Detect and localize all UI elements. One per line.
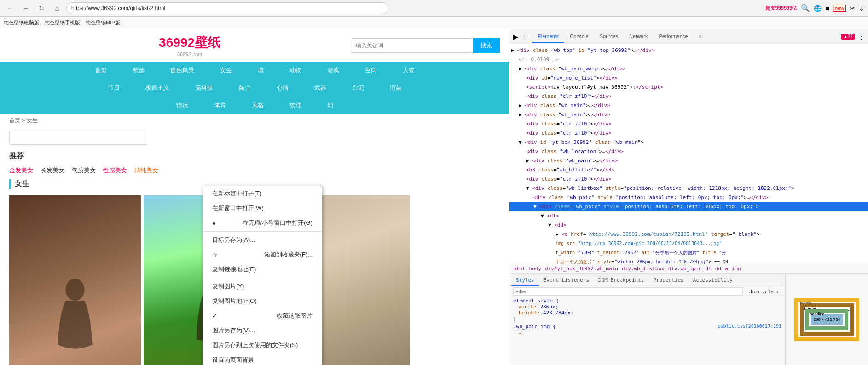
ctx-save-image[interactable]: 图片另存为(V)... (203, 323, 322, 338)
nav-texture[interactable]: 纹理 (277, 97, 314, 114)
bookmark-wallpaper-mip[interactable]: 纯色壁纸MIP版 (86, 19, 120, 26)
nav-nature[interactable]: 自然风景 (157, 62, 207, 79)
bc-div-wb-ppic[interactable]: div.wb_ppic (668, 266, 702, 272)
bc-img[interactable]: img (732, 266, 741, 272)
nav-city[interactable]: 城 (245, 62, 277, 79)
home-button[interactable]: ⌂ (51, 2, 64, 15)
nav-holiday[interactable]: 节日 (95, 79, 133, 97)
nav-aviation[interactable]: 航空 (226, 79, 264, 97)
tab-console[interactable]: Console (564, 31, 594, 43)
devtools-cursor-icon[interactable]: ▶ (511, 32, 520, 41)
ctx-add-bookmark[interactable]: ☆ 添加到收藏夹(F)... (203, 247, 322, 262)
ctx-open-newtab[interactable]: 在新标签中打开(T) (203, 186, 322, 201)
nav-weapons[interactable]: 武器 (301, 79, 339, 97)
bc-a[interactable]: a (725, 266, 728, 272)
tag-gold-hair[interactable]: 金发美女 (9, 166, 33, 175)
tab-dom-breakpoints[interactable]: DOM Breakpoints (594, 275, 648, 286)
ctx-collect-image[interactable]: ✓ 收藏这张图片 (203, 308, 322, 323)
nav-girls[interactable]: 女生 (207, 62, 245, 79)
nav-mood[interactable]: 心情 (264, 79, 301, 97)
tree-h3-title[interactable]: <h3 class="wb_h3title2"></h3> (509, 165, 868, 175)
nav-notes[interactable]: 杂记 (339, 79, 377, 97)
nav-people[interactable]: 人物 (390, 62, 428, 79)
tab-network[interactable]: Network (624, 31, 653, 43)
ctx-copy-link[interactable]: 复制链接地址(E) (203, 262, 322, 277)
tab-more[interactable]: » (693, 31, 707, 43)
tree-dl[interactable]: ▼ <dl> (509, 211, 868, 221)
tree-img-src[interactable]: img src="http://up.36992.com/pic_360/00/… (509, 239, 868, 248)
tab-performance[interactable]: Performance (653, 31, 693, 43)
download-icon[interactable]: ⇓ (859, 5, 864, 12)
bc-dl[interactable]: dl (706, 266, 712, 272)
tab-event-listeners[interactable]: Event Listeners (539, 275, 594, 286)
bc-body[interactable]: body (529, 266, 542, 272)
nav-tech[interactable]: 高科技 (182, 79, 226, 97)
new-icon[interactable]: new (833, 5, 846, 12)
tag-pure[interactable]: 清纯美女 (134, 166, 158, 175)
ctx-copy-image-addr[interactable]: 复制图片地址(O) (203, 294, 322, 308)
nav-home[interactable]: 首页 (82, 62, 120, 79)
tab-styles[interactable]: Styles (511, 275, 539, 286)
tag-long-hair[interactable]: 长发美女 (41, 166, 64, 175)
style-source-link[interactable]: public.css?20180617:191 (718, 324, 781, 330)
tree-img-style[interactable]: 手后一个人的图片" style="width: 286px; height: 4… (509, 257, 868, 264)
tree-div-wb-main-2[interactable]: ▶ <div class="wb_main">…</div> (509, 110, 868, 120)
nav-situation[interactable]: 情况 (163, 97, 201, 114)
tree-div-clr-1[interactable]: <div class="clr zf10"></div> (509, 92, 868, 101)
bc-html[interactable]: html (513, 266, 526, 272)
address-bar[interactable]: https://www.36992.com/girls/list-2.html (66, 2, 388, 14)
tree-div-wb-main-1[interactable]: ▶ <div class="wb_main">…</div> (509, 101, 868, 110)
tree-script-nav[interactable]: <script>nav_layout("#yt_nav_36992");</sc… (509, 83, 868, 92)
add-style-button[interactable]: + (775, 289, 779, 295)
ctx-save-target[interactable]: 目标另存为(A)... (203, 233, 322, 247)
devtools-inspect-icon[interactable]: □ (521, 32, 528, 41)
tree-dd[interactable]: ▼ <dd> (509, 221, 868, 230)
styles-filter-input[interactable] (513, 287, 743, 296)
scissors-icon[interactable]: ✂ (850, 5, 855, 12)
back-button[interactable]: ← (4, 2, 17, 15)
tree-div-wb-main-warp[interactable]: ▶ <div class="wb_main_warp">…</div> (509, 64, 868, 74)
bc-div-wb-listbox[interactable]: div.wb_listbox (622, 266, 665, 272)
nav-style[interactable]: 风格 (239, 97, 277, 114)
tree-div-yt-box[interactable]: ▼ <div id="yt_box_36992" class="wb_main"… (509, 138, 868, 147)
devtools-menu-icon[interactable]: ⋮ (857, 31, 866, 42)
tab-properties-dt[interactable]: Properties (648, 275, 688, 286)
search-icon[interactable]: 🔍 (801, 4, 810, 12)
search-input[interactable] (352, 38, 471, 53)
tree-div-wb-ppic-0[interactable]: <div class="wb_ppic" style="position: ab… (509, 193, 868, 202)
nav-sports[interactable]: 体育 (201, 97, 239, 114)
nav-space[interactable]: 空间 (352, 62, 390, 79)
forward-button[interactable]: → (19, 2, 32, 15)
grid-icon[interactable]: ■ (825, 5, 829, 12)
ctx-open-incognito[interactable]: ● 在无痕/小号窗口中打开(G) (203, 216, 322, 230)
tree-div-clr-3[interactable]: <div class="clr zf10"></div> (509, 129, 868, 138)
bookmark-wallpaper-mobile[interactable]: 纯色壁纸手机版 (45, 19, 80, 26)
html-tree[interactable]: ▶ <div class="wb_top" id="yt_top_36992">… (509, 44, 868, 264)
translate-icon[interactable]: 🌐 (814, 5, 822, 12)
tab-accessibility[interactable]: Accessibility (689, 275, 737, 286)
tree-img-attrs[interactable]: t_width="5304" t_height="7952" alt="分手后一… (509, 248, 868, 257)
nav-selected[interactable]: 精选 (120, 62, 157, 79)
nav-animals[interactable]: 动物 (277, 62, 314, 79)
ctx-set-background[interactable]: 设置为页面背景 (203, 353, 322, 365)
bc-dd[interactable]: dd (715, 266, 721, 272)
tab-elements[interactable]: Elements (532, 31, 564, 43)
tree-div-wb-location[interactable]: <div class="wb_location">…</div> (509, 147, 868, 156)
refresh-button[interactable]: ↻ (35, 2, 48, 15)
nav-render[interactable]: 渲染 (377, 79, 415, 97)
tag-elegant[interactable]: 气质美女 (72, 166, 96, 175)
tree-a[interactable]: ▶ <a href="http://www.36992.com/tupian/7… (509, 230, 868, 239)
nav-games[interactable]: 游戏 (314, 62, 352, 79)
tree-div-wb-main-3[interactable]: ▶ <div class="wb_main">…</div> (509, 156, 868, 165)
bookmark-wallpaper-pc[interactable]: 纯色壁纸电脑版 (4, 19, 39, 26)
tree-div-wb-listbox[interactable]: ▼ <div class="wb_listbox" style="positio… (509, 184, 868, 193)
ctx-copy-image[interactable]: 复制图片(Y) (203, 279, 322, 294)
image-1[interactable] (9, 195, 141, 365)
content-search-input[interactable] (9, 131, 147, 145)
tree-div-wb-ppic-1-selected[interactable]: ▼ <div class="wb_ppic" style="position: … (509, 202, 868, 211)
ctx-save-image-last[interactable]: 图片另存到上次使用的文件夹(S) (203, 338, 322, 353)
tree-div-wb-top[interactable]: ▶ <div class="wb_top" id="yt_top_36992">… (509, 46, 868, 55)
tag-sexy[interactable]: 性感美女 (103, 166, 127, 175)
error-count[interactable]: ▲22 (841, 34, 855, 40)
cls-button[interactable]: .cls (762, 289, 774, 295)
